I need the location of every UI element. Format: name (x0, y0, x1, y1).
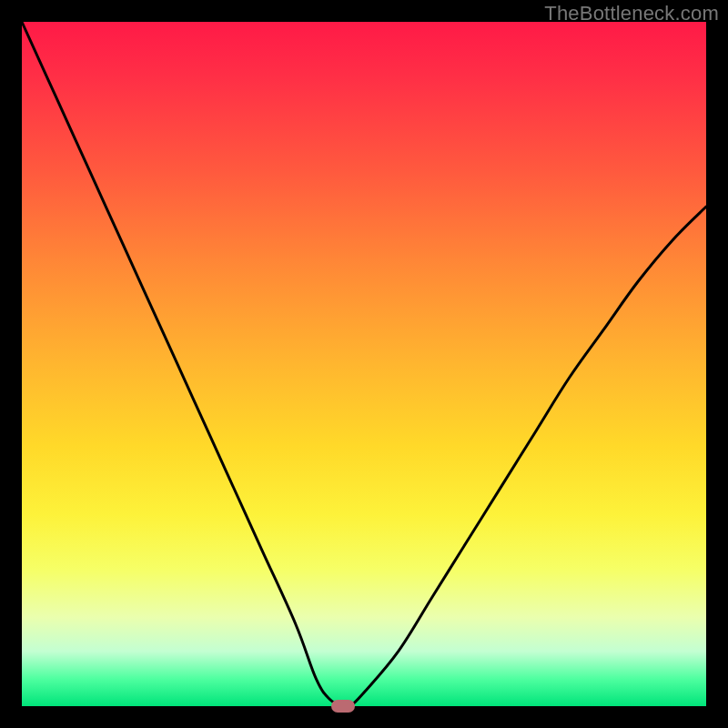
minimum-marker (331, 700, 355, 713)
chart-plot-area (22, 22, 706, 706)
curve-path (22, 22, 706, 708)
bottleneck-curve (22, 22, 706, 706)
